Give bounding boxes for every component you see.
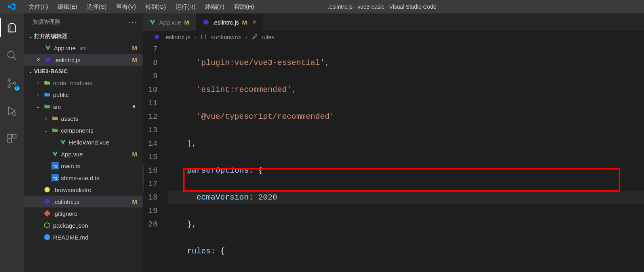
vue-file-icon (59, 139, 67, 146)
open-editors-header[interactable]: ⌄ 打开的编辑器 (24, 31, 143, 42)
svg-rect-8 (8, 139, 11, 143)
vue-file-icon (149, 19, 156, 26)
activity-run-debug[interactable] (0, 101, 24, 120)
tree-label: components (61, 127, 93, 134)
svg-marker-9 (45, 57, 51, 63)
file-gitignore[interactable]: · .gitignore (24, 207, 143, 219)
chevron-right-icon: › (35, 92, 41, 97)
svg-point-3 (13, 82, 16, 84)
folder-open-icon (44, 103, 51, 110)
breadcrumb-rules[interactable]: rules (261, 34, 274, 40)
code-editor[interactable]: 78910 11121314 15161718 1920 'plugin:vue… (143, 43, 644, 272)
vscode-logo-icon (0, 2, 24, 11)
chevron-down-icon: ⌄ (35, 104, 41, 109)
tree-label: public (53, 91, 69, 98)
menu-go[interactable]: 转到(G) (141, 1, 171, 13)
file-eslintrc[interactable]: · .eslintrc.js M (24, 196, 143, 207)
code-content[interactable]: 'plugin:vue/vue3-essential', 'eslint:rec… (177, 43, 644, 272)
folder-components[interactable]: ⌄ components (24, 124, 143, 136)
ts-file-icon: TS (51, 162, 59, 169)
menu-help[interactable]: 帮助(H) (229, 1, 259, 13)
tree-label: main.ts (61, 163, 80, 169)
svg-point-0 (8, 51, 14, 58)
modified-badge: M (132, 151, 143, 158)
breadcrumb[interactable]: .eslintrc.js › <unknown> › rules (143, 31, 644, 43)
file-helloworld[interactable]: · HelloWorld.vue (24, 136, 143, 148)
project-header[interactable]: ⌄ VUE3-BASIC (24, 66, 143, 77)
breadcrumb-unknown[interactable]: <unknown> (211, 34, 242, 40)
tree-label: .eslintrc.js (53, 198, 80, 205)
menu-terminal[interactable]: 终端(T) (200, 1, 229, 13)
sidebar-header: 资源管理器 ··· (24, 13, 143, 31)
open-editor-dir: src (80, 45, 86, 51)
chevron-down-icon: ⌄ (27, 34, 34, 39)
svg-marker-15 (44, 199, 50, 204)
open-editors-label: 打开的编辑器 (34, 33, 67, 40)
tree-label: .gitignore (53, 210, 78, 217)
open-editor-eslintrc[interactable]: × .eslintrc.js M (24, 54, 143, 66)
vue-file-icon (44, 44, 51, 51)
editor-tabs: App.vue M .eslintrc.js M × (143, 13, 644, 31)
menu-view[interactable]: 查看(V) (111, 1, 141, 13)
file-maints[interactable]: · TS main.ts (24, 160, 143, 172)
activity-explorer[interactable] (0, 18, 24, 37)
eslint-file-icon (44, 56, 51, 63)
eslint-file-icon (202, 19, 210, 26)
eslint-file-icon (44, 198, 51, 205)
tab-label: .eslintrc.js (213, 19, 239, 26)
activity-bar (0, 13, 24, 272)
tab-label: App.vue (159, 19, 181, 26)
svg-text:i: i (47, 235, 48, 240)
tab-modified-badge: M (184, 19, 189, 26)
menu-bar: 文件(F) 编辑(E) 选择(S) 查看(V) 转到(G) 运行(R) 终端(T… (24, 1, 259, 13)
menu-file[interactable]: 文件(F) (24, 1, 53, 13)
chevron-down-icon: ⌄ (27, 68, 34, 74)
folder-public[interactable]: › public (24, 89, 143, 101)
svg-marker-21 (154, 34, 159, 39)
open-editor-modified-badge: M (132, 45, 143, 51)
activity-extensions[interactable] (0, 129, 24, 148)
folder-open-icon (51, 127, 59, 134)
activity-source-control[interactable] (0, 74, 24, 93)
file-appvue[interactable]: · App.vue M (24, 148, 143, 160)
svg-point-5 (12, 112, 16, 115)
tab-close-icon[interactable]: × (253, 19, 256, 26)
info-file-icon: i (44, 234, 51, 241)
chevron-right-icon: › (194, 34, 196, 40)
menu-run[interactable]: 运行(R) (171, 1, 200, 13)
editor-close-icon[interactable]: × (35, 56, 42, 63)
file-tree: › node_modules › public ⌄ src • › assets (24, 77, 143, 243)
folder-src[interactable]: ⌄ src • (24, 101, 143, 112)
browserslist-file-icon (44, 186, 51, 193)
breadcrumb-file[interactable]: .eslintrc.js (164, 34, 191, 40)
explorer-sidebar: 资源管理器 ··· ⌄ 打开的编辑器 App.vue src M × .esli… (24, 13, 143, 272)
menu-edit[interactable]: 编辑(E) (53, 1, 82, 13)
folder-icon (44, 79, 51, 86)
sidebar-title: 资源管理器 (32, 19, 60, 26)
open-editor-appvue[interactable]: App.vue src M (24, 42, 143, 54)
file-browserslist[interactable]: · .browserslistrc (24, 184, 143, 196)
vue-file-icon (51, 150, 59, 158)
tree-label: HelloWorld.vue (69, 139, 109, 146)
tree-label: App.vue (61, 151, 83, 158)
svg-rect-16 (44, 210, 51, 217)
file-packagejson[interactable]: · package.json (24, 219, 143, 231)
folder-icon (44, 91, 51, 98)
activity-search[interactable] (0, 46, 24, 65)
folder-assets[interactable]: › assets (24, 112, 143, 124)
tab-appvue[interactable]: App.vue M (143, 13, 196, 31)
file-readme[interactable]: · i README.md (24, 231, 143, 243)
title-bar: 文件(F) 编辑(E) 选择(S) 查看(V) 转到(G) 运行(R) 终端(T… (0, 0, 644, 13)
tab-eslintrc[interactable]: .eslintrc.js M × (196, 13, 263, 31)
file-shims[interactable]: · TS shims-vue.d.ts (24, 172, 143, 184)
chevron-right-icon: › (43, 116, 49, 121)
sidebar-more-icon[interactable]: ··· (129, 18, 137, 27)
menu-selection[interactable]: 选择(S) (82, 1, 111, 13)
modified-badge: M (132, 198, 143, 205)
svg-point-2 (8, 85, 10, 87)
folder-node-modules[interactable]: › node_modules (24, 77, 143, 89)
tab-modified-badge: M (242, 19, 247, 26)
symbol-property-icon (251, 34, 257, 40)
tree-label: .browserslistrc (53, 186, 91, 193)
tree-label: README.md (53, 234, 88, 241)
